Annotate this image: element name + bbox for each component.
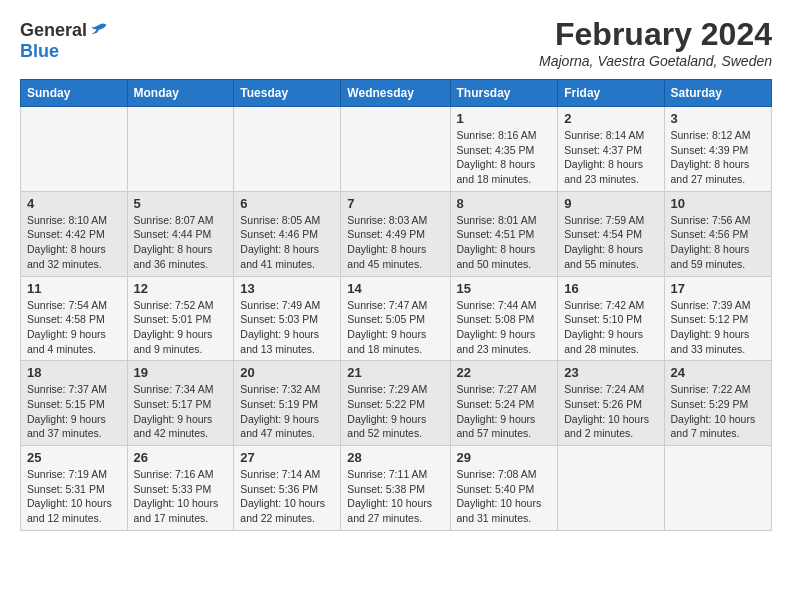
calendar-week-3: 11Sunrise: 7:54 AM Sunset: 4:58 PM Dayli…: [21, 276, 772, 361]
calendar-table: SundayMondayTuesdayWednesdayThursdayFrid…: [20, 79, 772, 531]
day-detail: Sunrise: 7:22 AM Sunset: 5:29 PM Dayligh…: [671, 382, 765, 441]
day-number: 5: [134, 196, 228, 211]
day-detail: Sunrise: 7:29 AM Sunset: 5:22 PM Dayligh…: [347, 382, 443, 441]
day-detail: Sunrise: 7:08 AM Sunset: 5:40 PM Dayligh…: [457, 467, 552, 526]
logo-general: General: [20, 20, 87, 41]
column-header-friday: Friday: [558, 80, 664, 107]
calendar-cell: [664, 446, 771, 531]
calendar-cell: 3Sunrise: 8:12 AM Sunset: 4:39 PM Daylig…: [664, 107, 771, 192]
calendar-header-row: SundayMondayTuesdayWednesdayThursdayFrid…: [21, 80, 772, 107]
calendar-week-1: 1Sunrise: 8:16 AM Sunset: 4:35 PM Daylig…: [21, 107, 772, 192]
day-number: 16: [564, 281, 657, 296]
day-number: 27: [240, 450, 334, 465]
day-detail: Sunrise: 7:54 AM Sunset: 4:58 PM Dayligh…: [27, 298, 121, 357]
day-detail: Sunrise: 8:10 AM Sunset: 4:42 PM Dayligh…: [27, 213, 121, 272]
day-detail: Sunrise: 8:14 AM Sunset: 4:37 PM Dayligh…: [564, 128, 657, 187]
calendar-cell: 10Sunrise: 7:56 AM Sunset: 4:56 PM Dayli…: [664, 191, 771, 276]
calendar-cell: [558, 446, 664, 531]
day-detail: Sunrise: 7:14 AM Sunset: 5:36 PM Dayligh…: [240, 467, 334, 526]
day-detail: Sunrise: 8:07 AM Sunset: 4:44 PM Dayligh…: [134, 213, 228, 272]
day-number: 14: [347, 281, 443, 296]
day-detail: Sunrise: 7:19 AM Sunset: 5:31 PM Dayligh…: [27, 467, 121, 526]
day-number: 1: [457, 111, 552, 126]
day-number: 13: [240, 281, 334, 296]
calendar-cell: 1Sunrise: 8:16 AM Sunset: 4:35 PM Daylig…: [450, 107, 558, 192]
calendar-cell: 22Sunrise: 7:27 AM Sunset: 5:24 PM Dayli…: [450, 361, 558, 446]
calendar-cell: 12Sunrise: 7:52 AM Sunset: 5:01 PM Dayli…: [127, 276, 234, 361]
day-detail: Sunrise: 7:39 AM Sunset: 5:12 PM Dayligh…: [671, 298, 765, 357]
column-header-saturday: Saturday: [664, 80, 771, 107]
day-number: 25: [27, 450, 121, 465]
calendar-cell: 24Sunrise: 7:22 AM Sunset: 5:29 PM Dayli…: [664, 361, 771, 446]
calendar-cell: 25Sunrise: 7:19 AM Sunset: 5:31 PM Dayli…: [21, 446, 128, 531]
calendar-cell: 4Sunrise: 8:10 AM Sunset: 4:42 PM Daylig…: [21, 191, 128, 276]
day-number: 19: [134, 365, 228, 380]
day-number: 2: [564, 111, 657, 126]
location-subtitle: Majorna, Vaestra Goetaland, Sweden: [539, 53, 772, 69]
day-detail: Sunrise: 7:11 AM Sunset: 5:38 PM Dayligh…: [347, 467, 443, 526]
day-number: 11: [27, 281, 121, 296]
day-detail: Sunrise: 7:24 AM Sunset: 5:26 PM Dayligh…: [564, 382, 657, 441]
calendar-cell: 15Sunrise: 7:44 AM Sunset: 5:08 PM Dayli…: [450, 276, 558, 361]
calendar-cell: [341, 107, 450, 192]
logo-blue: Blue: [20, 41, 59, 62]
day-number: 8: [457, 196, 552, 211]
calendar-week-2: 4Sunrise: 8:10 AM Sunset: 4:42 PM Daylig…: [21, 191, 772, 276]
day-number: 7: [347, 196, 443, 211]
day-detail: Sunrise: 7:42 AM Sunset: 5:10 PM Dayligh…: [564, 298, 657, 357]
day-detail: Sunrise: 7:59 AM Sunset: 4:54 PM Dayligh…: [564, 213, 657, 272]
calendar-cell: 8Sunrise: 8:01 AM Sunset: 4:51 PM Daylig…: [450, 191, 558, 276]
logo-bird-icon: [89, 19, 109, 39]
calendar-cell: 29Sunrise: 7:08 AM Sunset: 5:40 PM Dayli…: [450, 446, 558, 531]
day-detail: Sunrise: 7:32 AM Sunset: 5:19 PM Dayligh…: [240, 382, 334, 441]
day-detail: Sunrise: 7:56 AM Sunset: 4:56 PM Dayligh…: [671, 213, 765, 272]
calendar-cell: 6Sunrise: 8:05 AM Sunset: 4:46 PM Daylig…: [234, 191, 341, 276]
day-number: 23: [564, 365, 657, 380]
day-detail: Sunrise: 7:34 AM Sunset: 5:17 PM Dayligh…: [134, 382, 228, 441]
header: General Blue February 2024 Majorna, Vaes…: [20, 16, 772, 69]
calendar-cell: 20Sunrise: 7:32 AM Sunset: 5:19 PM Dayli…: [234, 361, 341, 446]
day-detail: Sunrise: 8:05 AM Sunset: 4:46 PM Dayligh…: [240, 213, 334, 272]
day-detail: Sunrise: 8:01 AM Sunset: 4:51 PM Dayligh…: [457, 213, 552, 272]
day-number: 6: [240, 196, 334, 211]
day-detail: Sunrise: 7:37 AM Sunset: 5:15 PM Dayligh…: [27, 382, 121, 441]
day-number: 28: [347, 450, 443, 465]
logo: General Blue: [20, 20, 109, 62]
day-detail: Sunrise: 8:12 AM Sunset: 4:39 PM Dayligh…: [671, 128, 765, 187]
calendar-cell: 17Sunrise: 7:39 AM Sunset: 5:12 PM Dayli…: [664, 276, 771, 361]
calendar-cell: [127, 107, 234, 192]
calendar-cell: 14Sunrise: 7:47 AM Sunset: 5:05 PM Dayli…: [341, 276, 450, 361]
day-detail: Sunrise: 7:52 AM Sunset: 5:01 PM Dayligh…: [134, 298, 228, 357]
day-number: 3: [671, 111, 765, 126]
calendar-cell: 18Sunrise: 7:37 AM Sunset: 5:15 PM Dayli…: [21, 361, 128, 446]
calendar-cell: 26Sunrise: 7:16 AM Sunset: 5:33 PM Dayli…: [127, 446, 234, 531]
calendar-cell: 7Sunrise: 8:03 AM Sunset: 4:49 PM Daylig…: [341, 191, 450, 276]
day-number: 29: [457, 450, 552, 465]
day-number: 22: [457, 365, 552, 380]
calendar-body: 1Sunrise: 8:16 AM Sunset: 4:35 PM Daylig…: [21, 107, 772, 531]
calendar-cell: 19Sunrise: 7:34 AM Sunset: 5:17 PM Dayli…: [127, 361, 234, 446]
day-number: 20: [240, 365, 334, 380]
calendar-cell: 5Sunrise: 8:07 AM Sunset: 4:44 PM Daylig…: [127, 191, 234, 276]
calendar-cell: 27Sunrise: 7:14 AM Sunset: 5:36 PM Dayli…: [234, 446, 341, 531]
calendar-week-5: 25Sunrise: 7:19 AM Sunset: 5:31 PM Dayli…: [21, 446, 772, 531]
day-number: 26: [134, 450, 228, 465]
calendar-cell: 28Sunrise: 7:11 AM Sunset: 5:38 PM Dayli…: [341, 446, 450, 531]
calendar-cell: 2Sunrise: 8:14 AM Sunset: 4:37 PM Daylig…: [558, 107, 664, 192]
calendar-cell: 13Sunrise: 7:49 AM Sunset: 5:03 PM Dayli…: [234, 276, 341, 361]
calendar-cell: 21Sunrise: 7:29 AM Sunset: 5:22 PM Dayli…: [341, 361, 450, 446]
month-year-title: February 2024: [539, 16, 772, 53]
column-header-tuesday: Tuesday: [234, 80, 341, 107]
day-detail: Sunrise: 8:03 AM Sunset: 4:49 PM Dayligh…: [347, 213, 443, 272]
day-number: 10: [671, 196, 765, 211]
column-header-monday: Monday: [127, 80, 234, 107]
day-number: 21: [347, 365, 443, 380]
title-area: February 2024 Majorna, Vaestra Goetaland…: [539, 16, 772, 69]
day-number: 15: [457, 281, 552, 296]
day-detail: Sunrise: 7:16 AM Sunset: 5:33 PM Dayligh…: [134, 467, 228, 526]
day-number: 24: [671, 365, 765, 380]
calendar-cell: [234, 107, 341, 192]
day-number: 18: [27, 365, 121, 380]
day-detail: Sunrise: 7:27 AM Sunset: 5:24 PM Dayligh…: [457, 382, 552, 441]
calendar-week-4: 18Sunrise: 7:37 AM Sunset: 5:15 PM Dayli…: [21, 361, 772, 446]
